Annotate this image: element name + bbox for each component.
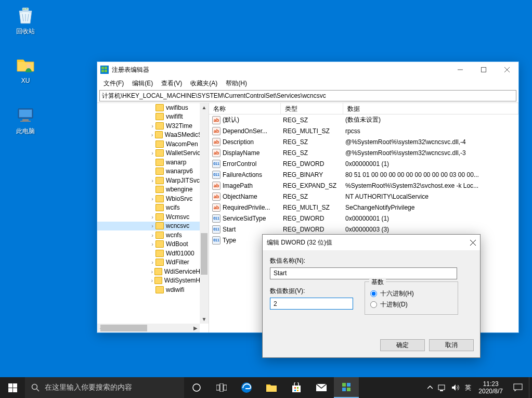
tree-item[interactable]: wanarpv6 [97,167,209,176]
scroll-thumb[interactable] [100,325,147,331]
taskbar-app-edge[interactable] [234,377,259,398]
tree-item[interactable]: ›WarpJITSvc [97,176,209,185]
scroll-down-arrow[interactable]: ▼ [200,315,209,324]
tree-item[interactable]: Wdf01000 [97,249,209,258]
tree-item[interactable]: WacomPen [97,139,209,149]
tree-item[interactable]: ›WdBoot [97,240,209,249]
tree-item[interactable]: ›WbioSrvc [97,194,209,203]
tree-expand-icon[interactable]: › [149,196,155,202]
radix-dec-radio[interactable] [370,301,377,308]
desktop-icon-user-folder[interactable]: XU [6,54,45,84]
tree-expand-icon[interactable]: › [149,268,154,275]
desktop-icon-label: XU [21,77,30,84]
dialog-titlebar[interactable]: 编辑 DWORD (32 位)值 [263,235,480,250]
dialog-close-button[interactable] [470,240,476,246]
tray-volume-icon[interactable] [451,384,460,391]
taskbar-clock[interactable]: 11:23 2020/8/7 [474,380,507,395]
tree-item[interactable]: wbengine [97,185,209,195]
tree-scrollbar-horizontal[interactable]: ◀ ▶ [97,324,200,332]
cancel-button[interactable]: 取消 [429,339,474,351]
tree-item[interactable]: wanarp [97,158,209,167]
value-data: SeChangeNotifyPrivilege [344,204,518,211]
svg-rect-4 [22,119,29,121]
tree-scrollbar-vertical[interactable]: ▲ ▼ [200,103,209,324]
tree-expand-icon[interactable]: › [149,177,155,184]
menu-favorites[interactable]: 收藏夹(A) [186,78,222,89]
menu-file[interactable]: 文件(F) [99,78,128,89]
system-tray[interactable]: 英 [424,377,474,398]
taskbar-app-mail[interactable] [309,377,334,398]
list-row[interactable]: abDependOnSer...REG_MULTI_SZrpcss [209,125,518,136]
tree-item[interactable]: ›WdiServiceHost [97,267,209,276]
registry-tree[interactable]: vwifibusvwififlt›W32Time›WaaSMedicSvcWac… [97,103,209,332]
tray-ime[interactable]: 英 [465,383,471,392]
task-view-button[interactable] [209,377,234,398]
list-row[interactable]: 011StartREG_DWORD0x00000003 (3) [209,224,518,235]
tree-item[interactable]: vwifibus [97,103,209,112]
list-row[interactable]: abRequiredPrivile...REG_MULTI_SZSeChange… [209,202,518,213]
value-data-input[interactable] [270,298,353,310]
taskbar-app-store[interactable] [284,377,309,398]
folder-icon [155,131,163,138]
col-type[interactable]: 类型 [281,103,343,114]
tree-expand-icon[interactable]: › [149,277,154,284]
list-row[interactable]: abDisplayNameREG_SZ@%SystemRoot%\system3… [209,147,518,158]
radix-dec-option[interactable]: 十进制(D) [370,300,452,309]
taskbar-app-explorer[interactable] [259,377,284,398]
list-row[interactable]: abDescriptionREG_SZ@%SystemRoot%\system3… [209,136,518,147]
tray-network-icon[interactable] [438,384,446,391]
col-data[interactable]: 数据 [343,103,518,114]
svg-line-21 [37,389,40,392]
menu-help[interactable]: 帮助(H) [222,78,251,89]
value-name-field[interactable]: Start [270,267,457,279]
tray-chevron-up-icon[interactable] [427,386,433,390]
tree-item[interactable]: ›W32Time [97,121,209,131]
desktop-icon-this-pc[interactable]: 此电脑 [6,104,45,136]
radix-hex-option[interactable]: 十六进制(H) [370,289,452,298]
list-row[interactable]: ab(默认)REG_SZ(数值未设置) [209,114,518,125]
tree-item[interactable]: wcifs [97,203,209,213]
scroll-up-arrow[interactable]: ▲ [200,103,209,112]
ok-button[interactable]: 确定 [380,339,425,351]
radix-hex-radio[interactable] [370,290,377,297]
list-row[interactable]: 011ServiceSidTypeREG_DWORD0x00000001 (1) [209,213,518,224]
action-center-button[interactable] [507,377,529,398]
tree-expand-icon[interactable]: › [149,150,155,156]
scroll-thumb[interactable] [201,233,207,275]
list-row[interactable]: abObjectNameREG_SZNT AUTHORITY\LocalServ… [209,191,518,202]
tree-item[interactable]: ›WdFilter [97,258,209,267]
tree-item[interactable]: ›wcnfs [97,230,209,240]
maximize-button[interactable] [472,62,495,78]
tree-item[interactable]: ›WdiSystemHost [97,276,209,286]
tree-item[interactable]: vwififlt [97,112,209,122]
desktop-icon-recycle[interactable]: 回收站 [6,4,45,36]
tree-item[interactable]: wdiwifi [97,285,209,294]
titlebar[interactable]: 注册表编辑器 [97,62,518,78]
tree-item[interactable]: ›WalletService [97,149,209,158]
tree-item[interactable]: ›WaaSMedicSvc [97,131,209,140]
tree-expand-icon[interactable]: › [149,132,155,138]
tree-item[interactable]: ›Wcmsvc [97,212,209,222]
tree-expand-icon[interactable]: › [149,232,155,238]
col-name[interactable]: 名称 [209,103,281,114]
tree-expand-icon[interactable]: › [149,259,155,265]
tree-expand-icon[interactable]: › [149,241,155,247]
tree-expand-icon[interactable]: › [149,123,155,129]
tree-item[interactable]: ›wcncsvc [97,222,209,231]
show-desktop-button[interactable] [529,377,532,398]
scroll-right-arrow[interactable]: ▶ [191,324,200,332]
taskbar-app-regedit[interactable] [334,377,359,398]
minimize-button[interactable] [448,62,472,78]
menu-view[interactable]: 查看(V) [157,78,186,89]
address-bar[interactable]: 计算机\HKEY_LOCAL_MACHINE\SYSTEM\CurrentCon… [99,90,516,101]
start-button[interactable] [0,377,25,398]
menu-edit[interactable]: 编辑(E) [128,78,157,89]
list-row[interactable]: abImagePathREG_EXPAND_SZ%SystemRoot%\Sys… [209,180,518,191]
taskbar-search[interactable]: 在这里输入你要搜索的内容 [25,377,184,398]
cortana-button[interactable] [184,377,209,398]
close-button[interactable] [495,62,518,78]
tree-expand-icon[interactable]: › [149,214,155,220]
tree-expand-icon[interactable]: › [149,223,155,229]
list-row[interactable]: 011ErrorControlREG_DWORD0x00000001 (1) [209,158,518,169]
list-row[interactable]: 011FailureActionsREG_BINARY80 51 01 00 0… [209,169,518,180]
